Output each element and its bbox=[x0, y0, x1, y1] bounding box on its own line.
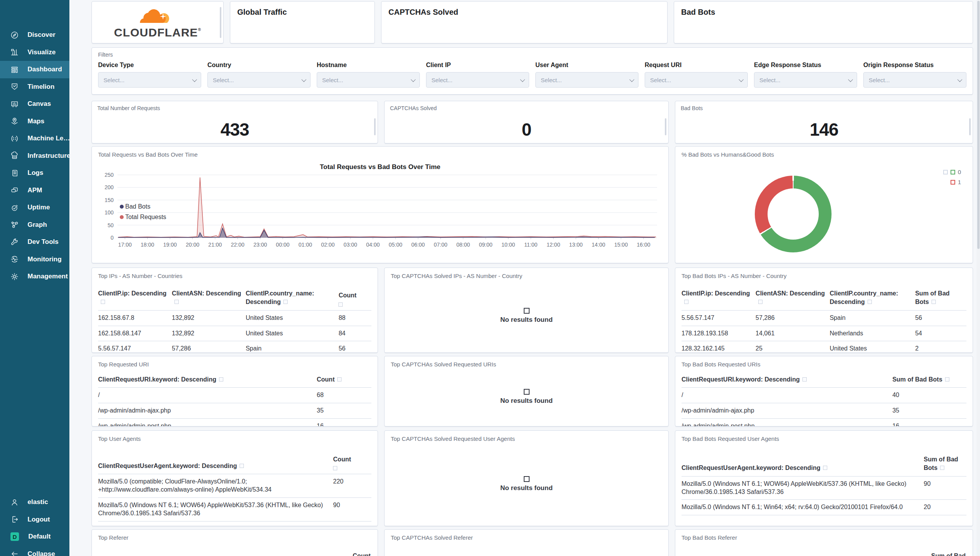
sort-checkbox[interactable] bbox=[802, 377, 807, 382]
space-switcher[interactable]: DDefault bbox=[0, 528, 69, 546]
sort-checkbox[interactable] bbox=[684, 300, 688, 304]
sidebar-item-apm[interactable]: APM bbox=[0, 182, 69, 199]
sort-checkbox[interactable] bbox=[940, 466, 944, 470]
sort-checkbox[interactable] bbox=[101, 300, 105, 304]
legend-swatch bbox=[120, 215, 124, 219]
hostname-select[interactable]: Select... bbox=[317, 72, 420, 88]
edge-response-status-select[interactable]: Select... bbox=[754, 72, 857, 88]
sort-checkbox[interactable] bbox=[219, 377, 223, 382]
compass-icon bbox=[10, 31, 19, 39]
column-header[interactable]: ClientASN: Descending bbox=[756, 288, 830, 310]
sort-checkbox[interactable] bbox=[932, 300, 936, 304]
country-select[interactable]: Select... bbox=[207, 72, 311, 88]
sort-checkbox[interactable] bbox=[868, 300, 872, 304]
column-header[interactable]: ClientRequestURI.keyword: Descending bbox=[682, 374, 892, 388]
sidebar-item-discover[interactable]: Discover bbox=[0, 26, 69, 44]
column-header[interactable]: Sum of Bad Bots bbox=[892, 374, 966, 388]
column-header[interactable]: Count bbox=[338, 288, 371, 310]
legend-item[interactable]: 1 bbox=[943, 177, 961, 187]
column-header[interactable]: Sum of Bad Bots bbox=[915, 288, 966, 310]
heartbeat-icon bbox=[10, 255, 19, 263]
sort-checkbox[interactable] bbox=[283, 300, 288, 304]
sidebar-item-management[interactable]: Management bbox=[0, 268, 69, 285]
sort-checkbox[interactable] bbox=[758, 300, 763, 304]
filters-panel: Filters Device Type Select... Country Se… bbox=[91, 47, 973, 95]
sidebar-item-dev-tools[interactable]: Dev Tools bbox=[0, 233, 69, 251]
legend-swatch bbox=[951, 180, 955, 185]
svg-text:14:00: 14:00 bbox=[592, 242, 605, 248]
bad-bots-metric: Bad Bots 146 bbox=[675, 101, 973, 143]
sidebar-item-uptime[interactable]: Uptime bbox=[0, 199, 69, 216]
sort-checkbox[interactable] bbox=[337, 377, 342, 382]
logs-icon bbox=[10, 169, 19, 177]
filter-group-country: Country Select... bbox=[207, 62, 311, 88]
machine-learning-icon bbox=[10, 135, 19, 143]
client-ip-select[interactable]: Select... bbox=[426, 72, 529, 88]
column-header[interactable]: ClientIP.ip: Descending bbox=[98, 288, 172, 310]
device-type-select[interactable]: Select... bbox=[98, 72, 201, 88]
column-header[interactable]: Sum of Bad Bots bbox=[924, 454, 966, 476]
column-header[interactable]: Count bbox=[317, 374, 371, 388]
panel-scrollbar[interactable] bbox=[220, 7, 221, 38]
legend-item[interactable]: Bad Bots bbox=[120, 201, 166, 212]
logout-button[interactable]: Logout bbox=[0, 511, 69, 528]
user-agent-select[interactable]: Select... bbox=[535, 72, 638, 88]
sidebar-item-maps[interactable]: Maps bbox=[0, 113, 69, 130]
column-header[interactable]: Count bbox=[98, 553, 371, 556]
table-row: 162.158.67.8132,892United States88 bbox=[98, 310, 371, 326]
request-uri-select[interactable]: Select... bbox=[645, 72, 748, 88]
column-header[interactable]: ClientRequestUserAgent.keyword: Descendi… bbox=[98, 454, 333, 474]
filter-group-device-type: Device Type Select... bbox=[98, 62, 201, 88]
legend-item[interactable]: Total Requests bbox=[120, 212, 166, 222]
column-header[interactable]: Sum of Bad bbox=[682, 553, 966, 556]
sidebar-item-label: Logs bbox=[28, 169, 43, 177]
column-header[interactable]: ClientRequestURI.keyword: Descending bbox=[98, 374, 317, 388]
sidebar-item-graph[interactable]: Graph bbox=[0, 216, 69, 234]
sidebar-item-logs[interactable]: Logs bbox=[0, 164, 69, 182]
sidebar-item-label: Dev Tools bbox=[28, 238, 59, 246]
top-requested-uri-panel: Top Requested URI ClientRequestURI.keywo… bbox=[91, 356, 378, 426]
panel-title: Top Bad Bots Requested URIs bbox=[682, 356, 966, 368]
panel-scrollbar[interactable] bbox=[374, 118, 376, 135]
pie-panel: % Bad Bots vs Humans&Good Bots 0 1 bbox=[675, 146, 973, 263]
sidebar-item-machine-learning[interactable]: Machine Le… bbox=[0, 130, 69, 147]
column-header[interactable]: ClientASN: Descending bbox=[172, 288, 245, 310]
column-header[interactable]: Count bbox=[333, 454, 371, 474]
sort-checkbox[interactable] bbox=[823, 466, 827, 470]
sort-checkbox[interactable] bbox=[338, 302, 343, 307]
page-scrollbar[interactable] bbox=[977, 0, 980, 556]
table-row: 162.158.68.147132,892United States84 bbox=[98, 326, 371, 341]
timeseries-svg[interactable]: 05010015020025017:0018:0019:0020:0021:00… bbox=[97, 171, 663, 262]
user-menu[interactable]: elastic bbox=[0, 494, 69, 511]
sidebar-item-visualize[interactable]: Visualize bbox=[0, 44, 69, 61]
sort-checkbox[interactable] bbox=[240, 464, 244, 468]
column-header[interactable]: ClientIP.ip: Descending bbox=[682, 288, 756, 310]
page-scrollbar-thumb[interactable] bbox=[977, 1, 980, 249]
top-bad-bots-ips-panel: Top Bad Bots IPs - AS Number - Country C… bbox=[675, 268, 973, 353]
origin-response-status-select[interactable]: Select... bbox=[863, 72, 966, 88]
panel-title: Top CAPTCHAs Solved Requested URIs bbox=[391, 356, 662, 368]
filter-label: Country bbox=[207, 62, 311, 69]
sidebar-item-canvas[interactable]: Canvas bbox=[0, 95, 69, 113]
sidebar-item-dashboard[interactable]: Dashboard bbox=[0, 61, 69, 78]
donut-chart[interactable] bbox=[755, 176, 832, 252]
panel-scrollbar[interactable] bbox=[969, 118, 971, 135]
legend-item[interactable]: 0 bbox=[943, 167, 961, 177]
svg-text:08:00: 08:00 bbox=[456, 242, 470, 248]
sort-checkbox[interactable] bbox=[945, 377, 949, 382]
panel-scrollbar[interactable] bbox=[665, 118, 666, 135]
column-header[interactable]: ClientRequestUserAgent.keyword: Descendi… bbox=[682, 454, 924, 476]
sidebar-item-infrastructure[interactable]: Infrastructure bbox=[0, 147, 69, 165]
collapse-button[interactable]: Collapse bbox=[0, 546, 69, 556]
chevron-down-icon bbox=[520, 77, 525, 82]
column-header[interactable]: ClientIP.country_name: Descending bbox=[246, 288, 339, 310]
sidebar-item-monitoring[interactable]: Monitoring bbox=[0, 251, 69, 268]
sort-checkbox[interactable] bbox=[333, 466, 337, 470]
column-header[interactable]: ClientIP.country_name: Descending bbox=[830, 288, 915, 310]
sort-checkbox[interactable] bbox=[174, 300, 179, 304]
sidebar-item-label: Infrastructure bbox=[28, 152, 71, 160]
timeseries-chart[interactable]: Total Requests vs Bad Bots Over Time Bad… bbox=[92, 163, 668, 263]
metrics-row: Total Number of Requests 433 CAPTCHAs So… bbox=[91, 101, 973, 143]
sidebar-item-timelion[interactable]: Timelion bbox=[0, 78, 69, 96]
sidebar-item-label: Visualize bbox=[28, 48, 55, 56]
